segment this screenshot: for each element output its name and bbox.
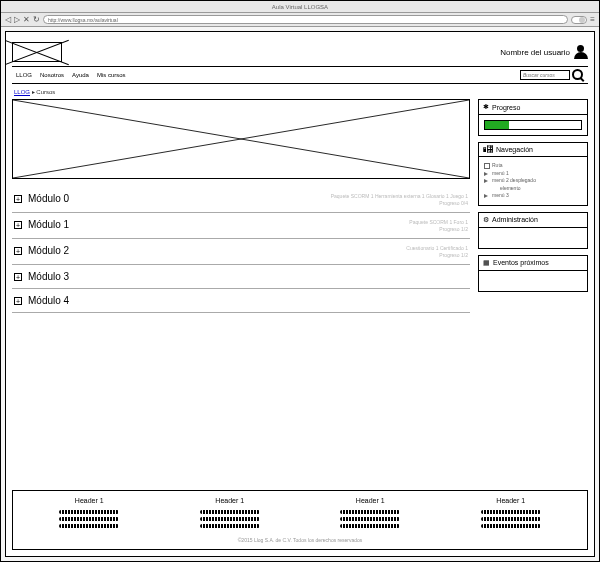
gear-icon: ✱ xyxy=(483,103,489,111)
nav-tree-item[interactable]: elemento xyxy=(484,185,582,193)
footer: Header 1 Header 1 Header 1 Header 1 ©201… xyxy=(12,490,588,550)
url-bar[interactable]: http://www.llogsa.mx/aulavirtual xyxy=(43,15,568,24)
logo-placeholder xyxy=(12,42,62,62)
module-title: Módulo 0 xyxy=(28,193,325,204)
module-title: Módulo 4 xyxy=(28,295,468,306)
user-area[interactable]: Nombre del usuario xyxy=(500,45,588,59)
expand-button[interactable]: + xyxy=(14,195,22,203)
widget-progreso: ✱Progreso xyxy=(478,99,588,136)
module-title: Módulo 3 xyxy=(28,271,468,282)
progress-bar xyxy=(484,120,582,130)
footer-header: Header 1 xyxy=(19,497,160,504)
module-row: + Módulo 3 xyxy=(12,265,470,289)
widget-administracion: ⚙Administración xyxy=(478,212,588,249)
widget-eventos: ▦Eventos próximos xyxy=(478,255,588,292)
nav-link-llog[interactable]: LLOG xyxy=(16,72,32,78)
window-titlebar: Aula Virtual LLOGSA xyxy=(1,1,599,13)
nav-tree-item[interactable]: menú 1 xyxy=(484,170,582,178)
footer-header: Header 1 xyxy=(300,497,441,504)
module-row: + Módulo 1 Paquete SCORM 1 Foro 1Progres… xyxy=(12,213,470,239)
expand-button[interactable]: + xyxy=(14,221,22,229)
expand-button[interactable]: + xyxy=(14,273,22,281)
menu-icon[interactable]: ≡ xyxy=(590,15,595,24)
module-row: + Módulo 4 xyxy=(12,289,470,313)
search-box xyxy=(520,69,584,81)
banner-placeholder xyxy=(12,99,470,179)
nav-link-ayuda[interactable]: Ayuda xyxy=(72,72,89,78)
calendar-icon: ▦ xyxy=(483,259,490,267)
browser-toolbar: ◁ ▷ ✕ ↻ http://www.llogsa.mx/aulavirtual… xyxy=(1,13,599,27)
forward-button[interactable]: ▷ xyxy=(14,15,20,24)
footer-header: Header 1 xyxy=(160,497,301,504)
copyright: ©2015 Llog S.A. de C.V. Todos los derech… xyxy=(19,537,581,543)
expand-button[interactable]: + xyxy=(14,297,22,305)
nav-link-miscursos[interactable]: Mis cursos xyxy=(97,72,126,78)
breadcrumb-home[interactable]: LLOG xyxy=(14,89,30,95)
reload-button[interactable]: ↻ xyxy=(33,15,40,24)
module-title: Módulo 1 xyxy=(28,219,403,230)
admin-icon: ⚙ xyxy=(483,216,489,224)
user-icon xyxy=(574,45,588,59)
nav-tree-item[interactable]: menú 3 xyxy=(484,192,582,200)
widget-navegacion: �⴫Navegación Ruta menú 1 menú 2 desplega… xyxy=(478,142,588,206)
search-input[interactable] xyxy=(520,70,570,80)
toggle-switch[interactable] xyxy=(571,16,587,24)
footer-header: Header 1 xyxy=(441,497,582,504)
module-row: + Módulo 2 Cuestionario 1 Certificado 1P… xyxy=(12,239,470,265)
nav-tree-item[interactable]: Ruta xyxy=(484,162,582,170)
user-name-label: Nombre del usuario xyxy=(500,48,570,57)
module-title: Módulo 2 xyxy=(28,245,400,256)
search-icon[interactable] xyxy=(572,69,584,81)
nav-link-nosotros[interactable]: Nosotros xyxy=(40,72,64,78)
nav-tree-item[interactable]: menú 2 desplegado xyxy=(484,177,582,185)
breadcrumb-current: Cursos xyxy=(36,89,55,95)
sitemap-icon: �⴫ xyxy=(483,146,493,153)
breadcrumb: LLOG ▸ Cursos xyxy=(12,84,588,99)
back-button[interactable]: ◁ xyxy=(5,15,11,24)
stop-button[interactable]: ✕ xyxy=(23,15,30,24)
module-row: + Módulo 0 Paquete SCORM 1 Herramienta e… xyxy=(12,187,470,213)
top-navigation: LLOG Nosotros Ayuda Mis cursos xyxy=(12,66,588,84)
expand-button[interactable]: + xyxy=(14,247,22,255)
